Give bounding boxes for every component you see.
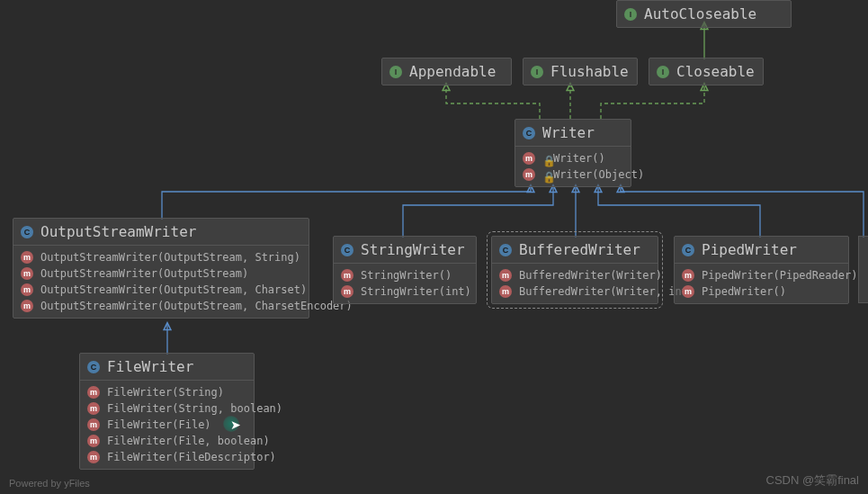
- member-row: FileWriter(File, boolean): [80, 433, 254, 449]
- method-icon: [21, 267, 33, 280]
- method-icon: [682, 269, 694, 282]
- member-row: 🔒Writer(Object): [515, 166, 631, 183]
- class-icon: [499, 244, 512, 256]
- method-icon: [87, 402, 100, 415]
- method-icon: [21, 283, 33, 296]
- class-icon: [21, 226, 33, 238]
- node-partial-edge[interactable]: [858, 236, 868, 303]
- method-icon: [682, 285, 694, 298]
- node-title: StringWriter: [361, 241, 465, 258]
- interface-icon: [624, 8, 637, 21]
- watermark-csdn: CSDN @笑霸final: [766, 472, 860, 489]
- member-row: FileWriter(String): [80, 384, 254, 400]
- method-icon: [87, 435, 100, 447]
- node-pipedwriter[interactable]: PipedWriter PipedWriter(PipedReader) Pip…: [674, 236, 849, 304]
- class-icon: [523, 127, 535, 139]
- member-row: BufferedWriter(Writer, int): [492, 283, 658, 300]
- node-stringwriter[interactable]: StringWriter StringWriter() StringWriter…: [333, 236, 477, 304]
- member-row: FileWriter(FileDescriptor): [80, 449, 254, 465]
- class-icon: [682, 244, 694, 256]
- lock-icon: 🔒: [542, 171, 550, 178]
- member-row: OutputStreamWriter(OutputStream, Charset…: [13, 282, 309, 298]
- member-row: OutputStreamWriter(OutputStream, String): [13, 249, 309, 265]
- member-row: FileWriter(String, boolean): [80, 400, 254, 417]
- method-icon: [341, 285, 353, 298]
- interface-icon: [531, 66, 543, 78]
- member-row: BufferedWriter(Writer): [492, 267, 658, 283]
- interface-icon: [657, 66, 669, 78]
- member-row: PipedWriter(): [675, 283, 848, 300]
- node-autocloseable[interactable]: AutoCloseable: [616, 0, 792, 28]
- node-bufferedwriter[interactable]: BufferedWriter BufferedWriter(Writer) Bu…: [491, 236, 658, 304]
- method-icon: [523, 168, 535, 181]
- member-row: 🔒Writer(): [515, 150, 631, 166]
- node-title: PipedWriter: [702, 241, 797, 258]
- lock-icon: 🔒: [542, 155, 550, 162]
- node-title: Appendable: [409, 63, 496, 80]
- node-writer[interactable]: Writer 🔒Writer() 🔒Writer(Object): [515, 119, 631, 187]
- node-title: BufferedWriter: [519, 241, 640, 258]
- node-flushable[interactable]: Flushable: [523, 58, 638, 85]
- method-icon: [21, 251, 33, 264]
- node-title: FileWriter: [107, 358, 193, 375]
- class-icon: [341, 244, 353, 256]
- watermark-yfiles: Powered by yFiles: [9, 478, 90, 489]
- node-title: OutputStreamWriter: [40, 223, 196, 240]
- interface-icon: [389, 66, 402, 78]
- node-title: Closeable: [676, 63, 755, 80]
- member-row: OutputStreamWriter(OutputStream, Charset…: [13, 298, 309, 314]
- method-icon: [341, 269, 353, 282]
- member-row: StringWriter(int): [334, 283, 476, 300]
- member-row: FileWriter(File): [80, 417, 254, 433]
- method-icon: [499, 269, 512, 282]
- node-closeable[interactable]: Closeable: [649, 58, 764, 85]
- method-icon: [87, 418, 100, 431]
- member-row: OutputStreamWriter(OutputStream): [13, 265, 309, 282]
- method-icon: [87, 386, 100, 399]
- node-appendable[interactable]: Appendable: [381, 58, 512, 85]
- class-icon: [87, 361, 100, 373]
- node-title: AutoCloseable: [644, 5, 756, 22]
- method-icon: [87, 451, 100, 463]
- node-filewriter[interactable]: FileWriter FileWriter(String) FileWriter…: [79, 353, 255, 470]
- member-row: PipedWriter(PipedReader): [675, 267, 848, 283]
- node-title: Writer: [542, 124, 595, 141]
- method-icon: [21, 300, 33, 312]
- method-icon: [523, 152, 535, 165]
- node-outputstreamwriter[interactable]: OutputStreamWriter OutputStreamWriter(Ou…: [13, 218, 309, 319]
- method-icon: [499, 285, 512, 298]
- member-row: StringWriter(): [334, 267, 476, 283]
- node-title: Flushable: [550, 63, 629, 80]
